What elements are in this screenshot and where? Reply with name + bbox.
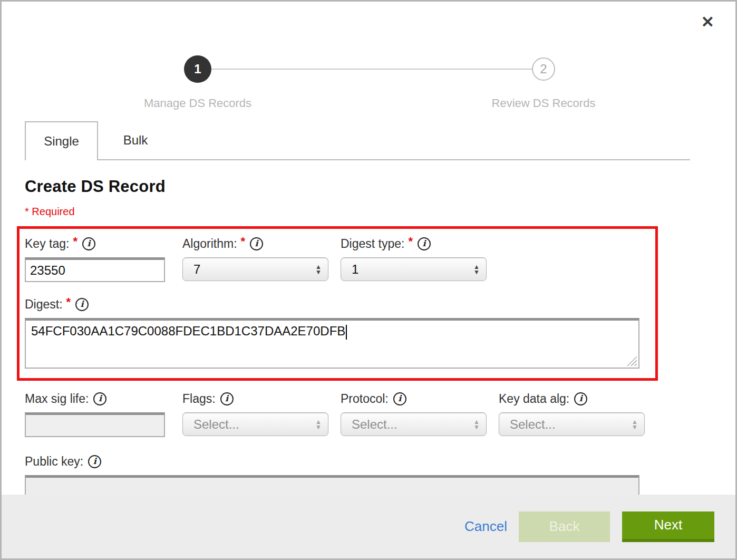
required-asterisk: * (66, 295, 71, 309)
public-key-label: Public key: (25, 455, 83, 469)
protocol-label-row: Protocol: i (341, 389, 487, 408)
create-ds-record-modal: ✕ 1 Manage DS Records 2 Review DS Record… (0, 0, 737, 560)
text-cursor (346, 325, 347, 340)
max-sig-life-input[interactable] (25, 412, 165, 437)
form-content: Create DS Record * Required Key tag: * i… (2, 177, 735, 496)
protocol-label: Protocol: (341, 392, 389, 406)
step-1-label: Manage DS Records (92, 96, 303, 110)
stepper: 1 Manage DS Records 2 Review DS Records (2, 2, 735, 115)
flags-select[interactable]: Select... ▲ ▼ (182, 412, 328, 436)
select-spinner-icon: ▲ ▼ (315, 419, 322, 430)
digest-type-label: Digest type: (341, 237, 404, 251)
stepper-step-manage: 1 Manage DS Records (92, 2, 303, 110)
info-icon[interactable]: i (88, 455, 101, 468)
info-icon[interactable]: i (574, 392, 587, 405)
arrow-down-icon: ▼ (632, 424, 638, 430)
arrow-down-icon: ▼ (315, 269, 322, 275)
digest-type-field: Digest type: * i 1 ▲ ▼ (341, 234, 487, 281)
protocol-select-value: Select... (352, 417, 397, 432)
back-button[interactable]: Back (519, 511, 610, 542)
required-asterisk: * (408, 235, 413, 248)
digest-type-select-value: 1 (352, 262, 358, 277)
public-key-textarea[interactable] (25, 475, 639, 496)
step-2-label: Review DS Records (438, 96, 649, 110)
tab-single[interactable]: Single (25, 121, 98, 160)
info-icon[interactable]: i (82, 237, 95, 250)
required-asterisk: * (73, 235, 77, 248)
next-button[interactable]: Next (622, 511, 714, 542)
public-key-label-row: Public key: i (25, 452, 735, 471)
page-title: Create DS Record (25, 177, 735, 196)
info-icon[interactable]: i (93, 392, 106, 405)
algorithm-field: Algorithm: * i 7 ▲ ▼ (182, 234, 328, 281)
key-tag-label: Key tag: (25, 237, 69, 251)
info-icon[interactable]: i (418, 237, 431, 250)
form-row-1: Key tag: * i Algorithm: * i 7 (25, 234, 655, 282)
select-spinner-icon: ▲ ▼ (473, 419, 480, 430)
max-sig-life-label-row: Max sig life: i (25, 389, 165, 408)
required-note: * Required (25, 206, 735, 218)
step-2-circle-wrap: 2 (438, 55, 649, 83)
protocol-select[interactable]: Select... ▲ ▼ (341, 412, 487, 436)
flags-select-value: Select... (193, 417, 239, 432)
info-icon[interactable]: i (220, 392, 234, 405)
key-tag-input[interactable] (25, 257, 165, 282)
modal-footer: Cancel Back Next (2, 495, 735, 558)
public-key-field: Public key: i (25, 452, 735, 496)
digest-field: Digest: * i 54FCF030AA1C79C0088FDEC1BD1C… (25, 295, 655, 369)
select-spinner-icon: ▲ ▼ (632, 419, 638, 430)
resize-handle-icon[interactable] (627, 356, 637, 366)
step-1-circle-wrap: 1 (92, 55, 303, 83)
select-spinner-icon: ▲ ▼ (473, 264, 480, 275)
digest-label-row: Digest: * i (25, 295, 655, 314)
key-data-alg-field: Key data alg: i Select... ▲ ▼ (499, 389, 645, 436)
cancel-button[interactable]: Cancel (464, 518, 507, 535)
step-2-circle: 2 (532, 57, 555, 81)
select-spinner-icon: ▲ ▼ (315, 264, 322, 275)
digest-value: 54FCF030AA1C79C0088FDEC1BD1C37DAA2E70DFB (31, 324, 345, 338)
digest-label: Digest: (25, 297, 63, 312)
step-1-circle: 1 (184, 55, 211, 83)
info-icon[interactable]: i (250, 237, 263, 250)
form-row-3: Max sig life: i Flags: i Select... ▲ ▼ (25, 389, 735, 437)
algorithm-select-value: 7 (193, 262, 200, 277)
key-data-alg-label: Key data alg: (499, 392, 569, 406)
arrow-down-icon: ▼ (473, 424, 480, 430)
flags-field: Flags: i Select... ▲ ▼ (182, 389, 328, 436)
key-tag-field: Key tag: * i (25, 234, 165, 282)
key-data-alg-select-value: Select... (510, 417, 556, 432)
key-data-alg-label-row: Key data alg: i (499, 389, 645, 408)
algorithm-label-row: Algorithm: * i (182, 234, 328, 253)
tab-bar: Single Bulk (25, 121, 712, 160)
highlighted-required-fields: Key tag: * i Algorithm: * i 7 (17, 226, 658, 381)
required-asterisk: * (241, 235, 246, 248)
protocol-field: Protocol: i Select... ▲ ▼ (341, 389, 487, 436)
info-icon[interactable]: i (393, 392, 406, 405)
digest-type-label-row: Digest type: * i (341, 234, 487, 253)
key-data-alg-select[interactable]: Select... ▲ ▼ (499, 412, 645, 436)
arrow-down-icon: ▼ (473, 269, 480, 275)
tab-bulk[interactable]: Bulk (98, 121, 173, 160)
key-tag-label-row: Key tag: * i (25, 234, 165, 253)
max-sig-life-field: Max sig life: i (25, 389, 165, 437)
stepper-step-review: 2 Review DS Records (438, 2, 649, 110)
info-icon[interactable]: i (75, 298, 89, 311)
algorithm-select[interactable]: 7 ▲ ▼ (182, 257, 328, 281)
digest-textarea[interactable]: 54FCF030AA1C79C0088FDEC1BD1C37DAA2E70DFB (25, 318, 639, 369)
tab-bar-divider (98, 159, 690, 160)
flags-label: Flags: (182, 392, 216, 406)
flags-label-row: Flags: i (182, 389, 328, 408)
digest-type-select[interactable]: 1 ▲ ▼ (341, 257, 487, 281)
algorithm-label: Algorithm: (182, 237, 237, 251)
arrow-down-icon: ▼ (315, 424, 322, 430)
max-sig-life-label: Max sig life: (25, 392, 89, 406)
